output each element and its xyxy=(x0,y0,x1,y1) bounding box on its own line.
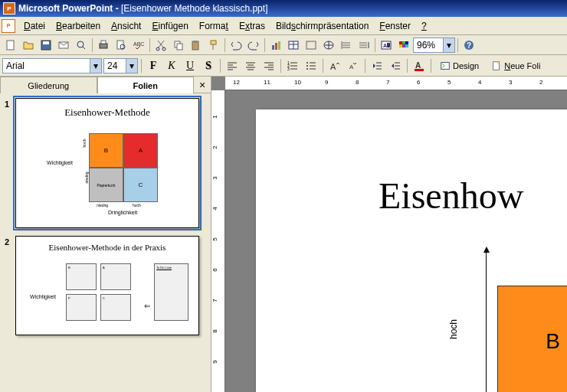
design-button[interactable]: Design xyxy=(434,57,484,74)
menu-extras[interactable]: Extras xyxy=(234,18,270,34)
menu-fenster[interactable]: Fenster xyxy=(374,18,416,34)
align-left-button[interactable] xyxy=(224,57,241,74)
help-button[interactable]: ? xyxy=(460,37,477,54)
tab-close-button[interactable]: × xyxy=(194,77,211,93)
svg-text:ABC: ABC xyxy=(133,41,144,47)
workspace: Gliederung Folien × 1 Eisenhower-Methode… xyxy=(0,77,567,392)
ruler-tick: 5 xyxy=(211,237,218,240)
bold-button[interactable]: F xyxy=(145,57,162,74)
mail-button[interactable] xyxy=(55,37,72,54)
svg-point-64 xyxy=(306,65,308,67)
doc-icon[interactable]: P xyxy=(2,19,15,33)
increase-font-button[interactable]: A xyxy=(326,57,343,74)
table-button[interactable] xyxy=(285,37,302,54)
tables-borders-button[interactable] xyxy=(303,37,320,54)
quadrant-a: A xyxy=(123,133,158,168)
menu-bildschirm[interactable]: Bildschirmpräsentation xyxy=(270,18,374,34)
ruler-tick: 11 xyxy=(264,79,270,86)
save-button[interactable] xyxy=(38,37,54,54)
font-size-combo[interactable]: 24 ▾ xyxy=(103,58,138,74)
dropdown-arrow-icon[interactable]: ▾ xyxy=(126,59,137,73)
svg-text:*: * xyxy=(497,60,500,66)
ruler-tick: 2 xyxy=(539,79,542,86)
menu-bearbeiten[interactable]: Bearbeiten xyxy=(51,18,106,34)
quadrant-b: B xyxy=(89,133,123,168)
decrease-indent-button[interactable] xyxy=(369,57,385,74)
separator xyxy=(225,38,225,52)
separator xyxy=(92,38,93,52)
bullets-button[interactable] xyxy=(303,57,320,74)
slide-thumb-1[interactable]: Eisenhower-Methode Wichtigkeit hoch nied… xyxy=(15,98,199,228)
font-combo[interactable]: Arial ▾ xyxy=(2,58,102,74)
new-slide-label: Neue Foli xyxy=(504,61,540,70)
italic-button[interactable]: K xyxy=(163,57,180,74)
slide-canvas[interactable]: Eisenhow hoch B xyxy=(256,109,567,392)
dropdown-arrow-icon[interactable]: ▾ xyxy=(90,59,101,73)
spell-button[interactable]: ABC xyxy=(130,37,147,54)
svg-line-5 xyxy=(83,47,85,49)
menu-hilfe[interactable]: ? xyxy=(416,18,432,34)
undo-button[interactable] xyxy=(228,37,244,54)
separator xyxy=(375,38,375,52)
align-right-button[interactable] xyxy=(261,57,277,74)
format-painter-button[interactable] xyxy=(205,37,222,54)
svg-rect-17 xyxy=(211,41,216,44)
show-formatting-button[interactable] xyxy=(356,37,372,54)
ruler-tick: 4 xyxy=(478,79,481,86)
font-color-button[interactable]: A xyxy=(411,57,428,74)
thumb-row-2: 2 Eisenhower-Methode in der Praxis Wicht… xyxy=(5,236,206,335)
print-button[interactable] xyxy=(95,37,112,54)
paste-button[interactable] xyxy=(188,37,205,54)
thumbnails[interactable]: 1 Eisenhower-Methode Wichtigkeit hoch ni… xyxy=(0,93,211,392)
cut-button[interactable] xyxy=(152,37,169,54)
horizontal-ruler[interactable]: 12 11 10 9 8 7 6 5 4 3 2 xyxy=(225,77,567,90)
menu-format[interactable]: Format xyxy=(194,18,234,34)
svg-rect-19 xyxy=(272,45,274,50)
chart-button[interactable] xyxy=(267,37,284,54)
new-button[interactable] xyxy=(2,37,19,54)
numbering-button[interactable]: 123 xyxy=(284,57,301,74)
s2-box-b: B xyxy=(66,263,97,290)
zoom-combo[interactable]: 96% ▾ xyxy=(413,38,455,53)
increase-indent-button[interactable] xyxy=(387,57,404,74)
slide1-yhigh: hoch xyxy=(82,139,87,148)
ruler-tick: 7 xyxy=(211,299,218,302)
new-slide-button[interactable]: * Neue Foli xyxy=(486,57,546,74)
shadow-button[interactable]: S xyxy=(200,57,217,74)
align-center-button[interactable] xyxy=(242,57,259,74)
preview-button[interactable] xyxy=(113,37,129,54)
canvas-viewport[interactable]: Eisenhow hoch B xyxy=(225,90,567,392)
hyperlink-button[interactable] xyxy=(320,37,337,54)
hoch-label: hoch xyxy=(448,319,459,339)
ruler-tick: 8 xyxy=(211,329,218,332)
svg-rect-40 xyxy=(399,44,402,47)
color-button[interactable] xyxy=(395,37,412,54)
slide-number: 2 xyxy=(5,236,15,335)
svg-rect-79 xyxy=(441,62,450,69)
tab-gliederung[interactable]: Gliederung xyxy=(0,77,97,93)
redo-button[interactable] xyxy=(245,37,262,54)
tab-folien[interactable]: Folien xyxy=(97,77,195,93)
menu-einfuegen[interactable]: Einfügen xyxy=(146,18,193,34)
dropdown-arrow-icon[interactable]: ▾ xyxy=(443,38,454,52)
slide-thumb-2[interactable]: Eisenhower-Methode in der Praxis Wichtig… xyxy=(15,236,199,335)
ruler-tick: 3 xyxy=(509,79,512,86)
menu-datei[interactable]: Datei xyxy=(18,18,51,34)
open-button[interactable] xyxy=(20,37,37,54)
copy-button[interactable] xyxy=(170,37,187,54)
vertical-ruler[interactable]: 1 2 3 4 5 6 7 8 9 xyxy=(211,90,225,392)
underline-button[interactable]: U xyxy=(182,57,198,74)
search-button[interactable] xyxy=(73,37,90,54)
menu-ansicht[interactable]: Ansicht xyxy=(106,18,146,34)
expand-button[interactable] xyxy=(338,37,355,54)
svg-rect-39 xyxy=(405,41,408,44)
grayscale-button[interactable]: A xyxy=(378,37,395,54)
s2-box-c: C xyxy=(100,294,131,321)
window-title: Microsoft PowerPoint - [Eisenhower Metho… xyxy=(18,3,267,14)
titlebar: P Microsoft PowerPoint - [Eisenhower Met… xyxy=(0,0,567,17)
main-quadrant-b[interactable]: B xyxy=(497,286,567,392)
decrease-font-button[interactable]: A xyxy=(345,57,362,74)
quadrant-papierkorb: Papierkorb xyxy=(89,168,123,202)
svg-rect-20 xyxy=(275,43,277,50)
main-slide-title[interactable]: Eisenhow xyxy=(379,175,523,217)
